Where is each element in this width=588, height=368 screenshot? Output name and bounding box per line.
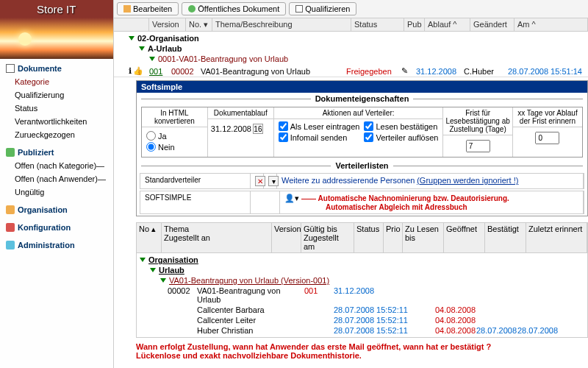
row-thema: VA01-Beantragung von Urlaub bbox=[201, 67, 346, 76]
nav-verantwortlich[interactable]: Verantwortlichkeiten bbox=[4, 115, 109, 128]
nav-offen-anw[interactable]: Offen (nach Anwender) — bbox=[4, 172, 109, 185]
h-prio[interactable]: Prio bbox=[384, 223, 403, 253]
h-status[interactable]: Status bbox=[354, 223, 384, 253]
detail-panel: Softsimple Dokumenteigenschaften In HTML… bbox=[136, 80, 588, 216]
nav-ungueltig[interactable]: Ungültig bbox=[4, 185, 109, 199]
frist-input[interactable] bbox=[466, 140, 490, 152]
org-icon bbox=[6, 205, 15, 214]
col-thema[interactable]: Thema/Beschreibung bbox=[212, 18, 351, 31]
toolbar: Bearbeiten Öffentliches Dokument Qualifi… bbox=[114, 0, 588, 18]
nav-administration[interactable]: Administration bbox=[4, 238, 109, 252]
nav-status[interactable]: Status bbox=[4, 102, 109, 115]
main-content: Bearbeiten Öffentliches Dokument Qualifi… bbox=[114, 0, 588, 368]
softsimple-label: SOFTSIMPLE bbox=[140, 191, 251, 213]
row-no: 00002 bbox=[171, 67, 201, 76]
h-bestaetigt[interactable]: Bestätigt bbox=[485, 223, 526, 253]
row-status: Freigegeben bbox=[346, 67, 401, 76]
col-version[interactable]: Version bbox=[149, 18, 186, 31]
row-pub-icon: ✎ bbox=[401, 66, 416, 76]
doc-tree: 02-Organisation A-Urlaub 0001-VA01-Beant… bbox=[114, 32, 588, 66]
expand-icon bbox=[149, 57, 155, 61]
hist-p1: Callcenter Barbara 28.07.2008 15:52:11 0… bbox=[140, 305, 584, 315]
date-picker-button[interactable]: 16 bbox=[253, 124, 263, 134]
detail-title: Softsimple bbox=[137, 81, 587, 93]
nav-offen-kat[interactable]: Offen (nach Kategorie) — bbox=[4, 159, 109, 172]
col-no[interactable]: No. ▾ bbox=[186, 18, 212, 31]
col-am[interactable]: Am ^ bbox=[514, 18, 588, 31]
qualify-icon bbox=[295, 5, 303, 13]
expand-icon bbox=[139, 46, 145, 51]
h-gueltig[interactable]: Gültig bisZugestellt am bbox=[301, 223, 354, 253]
document-row[interactable]: ℹ👍 001 00002 VA01-Beantragung von Urlaub… bbox=[114, 66, 588, 77]
tree-urlaub[interactable]: A-Urlaub bbox=[129, 43, 588, 54]
edit-icon bbox=[123, 5, 131, 13]
bottom-annotation: Wann erfolgt Zustellung, wann hat Anwend… bbox=[114, 338, 588, 363]
nav-kategorie[interactable]: Kategorie bbox=[4, 75, 109, 88]
qualify-button[interactable]: Qualifizieren bbox=[289, 2, 356, 15]
thumbs-icon: 👍 bbox=[133, 66, 143, 76]
nav-konfiguration[interactable]: Konfiguration bbox=[4, 221, 109, 234]
nav-publiziert[interactable]: Publiziert bbox=[4, 146, 109, 159]
public-icon bbox=[188, 5, 196, 13]
col-html: In HTML konvertieren bbox=[142, 107, 207, 127]
nav: Dokumente Kategorie Qualifizierung Statu… bbox=[0, 59, 113, 255]
admin-icon bbox=[6, 241, 15, 250]
tree-org[interactable]: 02-Organisation bbox=[129, 33, 588, 43]
radio-ja[interactable]: Ja bbox=[146, 130, 203, 141]
h-zuletzt[interactable]: Zuletzt erinnert bbox=[526, 223, 587, 253]
hist-p3: Huber Christian 28.07.2008 15:52:11 04.0… bbox=[140, 325, 584, 336]
h-zulesen[interactable]: Zu Lesen bis bbox=[403, 223, 444, 253]
h-thema[interactable]: ThemaZugestellt an bbox=[162, 223, 272, 253]
h-no[interactable]: No ▴ bbox=[137, 223, 162, 253]
std-verteiler-label: Standardverteiler bbox=[140, 174, 251, 188]
chk-leser[interactable]: Als Leser eintragen bbox=[279, 121, 360, 132]
row-ablauf: 31.12.2008 bbox=[416, 67, 464, 76]
h-geoeffnet[interactable]: Geöffnet bbox=[444, 223, 485, 253]
weitere-label: Weitere zu addressierende Personen bbox=[282, 176, 415, 185]
col-ablauf[interactable]: Ablauf ^ bbox=[425, 18, 470, 31]
history-grid: No ▴ ThemaZugestellt an Version Gültig b… bbox=[136, 222, 588, 338]
verteiler-row2: SOFTSIMPLE 👤▾ Automatische Nachnominieru… bbox=[140, 191, 584, 214]
col-frist: Frist für Lesebestätigung ab Zustellung … bbox=[443, 107, 512, 135]
row-version[interactable]: 001 bbox=[149, 67, 171, 76]
hist-p2: Callcenter Leiter 28.07.2008 15:52:11 04… bbox=[140, 315, 584, 325]
col-ablauf-label: Dokumentablauf bbox=[208, 107, 273, 119]
gruppen-hint: (Gruppen werden ignoriert !) bbox=[417, 176, 518, 185]
hist-org[interactable]: Organisation bbox=[140, 255, 584, 265]
row-am: 28.07.2008 15:51:14 bbox=[508, 67, 585, 76]
col-geaendert[interactable]: Geändert bbox=[470, 18, 514, 31]
hist-row-main: 00002 VA01-Beantragung von Urlaub 001 31… bbox=[140, 286, 584, 305]
person-picker-icon[interactable]: 👤▾ bbox=[284, 194, 299, 202]
nav-dokumente[interactable]: Dokumente bbox=[4, 62, 109, 75]
app-title: Store IT bbox=[37, 3, 76, 15]
nav-qualifizierung[interactable]: Qualifizierung bbox=[4, 88, 109, 102]
chk-aufloesen[interactable]: Verteiler auflösen bbox=[364, 132, 438, 143]
hist-urlaub[interactable]: Urlaub bbox=[140, 265, 584, 275]
chk-infomail[interactable]: Infomail senden bbox=[279, 132, 360, 143]
document-icon bbox=[6, 64, 15, 73]
history-header: No ▴ ThemaZugestellt an Version Gültig b… bbox=[137, 223, 587, 253]
publish-icon bbox=[6, 148, 15, 157]
h-version[interactable]: Version bbox=[272, 223, 301, 253]
col-pub[interactable]: Pub bbox=[404, 18, 425, 31]
hist-doc[interactable]: VA01-Beantragung von Urlaub (Version-001… bbox=[140, 275, 584, 286]
tree-doc[interactable]: 0001-VA01-Beantragung von Urlaub bbox=[129, 54, 588, 64]
chk-lesen[interactable]: Lesen bestätigen bbox=[364, 121, 438, 132]
col-status[interactable]: Status bbox=[351, 18, 404, 31]
ablauf-value: 31.12.2008 bbox=[211, 124, 251, 133]
verteiler-row1: Standardverteiler ✕ ▾ Weitere zu address… bbox=[140, 173, 584, 189]
edit-button[interactable]: Bearbeiten bbox=[117, 2, 179, 15]
public-doc-button[interactable]: Öffentliches Dokument bbox=[182, 2, 286, 15]
row-geaendert: C.Huber bbox=[464, 67, 508, 76]
config-icon bbox=[6, 223, 15, 232]
nav-organisation[interactable]: Organisation bbox=[4, 203, 109, 216]
sidebar: Store IT Dokumente Kategorie Qualifizier… bbox=[0, 0, 114, 368]
grid-header: Version No. ▾ Thema/Beschreibung Status … bbox=[114, 18, 588, 32]
section-vert: Verteilerlisten bbox=[137, 160, 587, 171]
col-aktionen: Aktionen auf Verteiler: bbox=[274, 107, 443, 119]
erinnern-input[interactable] bbox=[535, 132, 559, 144]
expand-icon bbox=[129, 36, 135, 40]
nav-zurueck[interactable]: Zurueckgezogen bbox=[4, 128, 109, 141]
radio-nein[interactable]: Nein bbox=[146, 141, 203, 152]
section-props: Dokumenteigenschaften bbox=[137, 93, 587, 105]
